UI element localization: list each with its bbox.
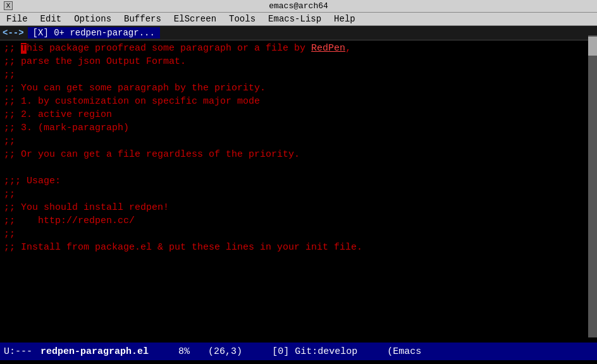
menu-file[interactable]: File — [3, 13, 32, 25]
menu-tools[interactable]: Tools — [225, 13, 259, 25]
scrollbar-thumb[interactable] — [588, 37, 597, 56]
menu-emacs-lisp[interactable]: Emacs-Lisp — [264, 13, 325, 25]
menu-bar: File Edit Options Buffers ElScreen Tools… — [0, 13, 597, 26]
menu-options[interactable]: Options — [70, 13, 115, 25]
editor-line-14: ;; http://redpen.cc/ — [0, 214, 597, 228]
scrollbar[interactable] — [588, 35, 597, 337]
close-button[interactable]: X — [4, 1, 13, 10]
editor-line-3: ;; — [0, 68, 597, 82]
status-major-mode: (Emacs — [387, 346, 421, 357]
editor-line-2: ;; parse the json Output Format. — [0, 55, 597, 68]
buffer-arrow: <--> — [3, 28, 24, 38]
editor-line-6: ;; 2. active region — [0, 108, 597, 121]
status-percent: 8% — [178, 346, 190, 357]
editor-line-7: ;; 3. (mark-paragraph) — [0, 121, 597, 135]
menu-edit[interactable]: Edit — [37, 13, 66, 25]
menu-buffers[interactable]: Buffers — [120, 13, 165, 25]
buffer-tab[interactable]: [X] 0+ redpen-paragr... — [28, 27, 160, 39]
editor-line-8: ;; — [0, 135, 597, 148]
status-filename: redpen-paragraph.el — [40, 346, 149, 357]
menu-help[interactable]: Help — [330, 13, 359, 25]
close-icon: X — [6, 2, 11, 9]
editor-line-13: ;; You should install redpen! — [0, 201, 597, 214]
editor-line-4: ;; You can get some paragraph by the pri… — [0, 82, 597, 95]
editor-area: ;; This package proofread some paragraph… — [0, 40, 597, 343]
redpen-link: RedPen — [311, 43, 345, 54]
status-git: [0] Git:develop — [272, 346, 357, 357]
status-mode-indicator: U:--- — [4, 346, 32, 357]
editor-line-10 — [0, 161, 597, 174]
editor-line-12: ;; — [0, 188, 597, 201]
buffer-bar: <--> [X] 0+ redpen-paragr... — [0, 26, 597, 40]
editor-line-1: ;; This package proofread some paragraph… — [0, 42, 597, 55]
menu-elscreen[interactable]: ElScreen — [170, 13, 220, 25]
cursor: T — [21, 43, 27, 54]
status-bar: U:--- redpen-paragraph.el 8% (26,3) [0] … — [0, 343, 597, 360]
editor-line-9: ;; Or you can get a file regardless of t… — [0, 148, 597, 161]
title-bar: X emacs@arch64 — [0, 0, 597, 13]
editor-line-11: ;;; Usage: — [0, 174, 597, 188]
editor-line-15: ;; — [0, 228, 597, 241]
editor-line-5: ;; 1. by customization on specific major… — [0, 95, 597, 108]
status-position: (26,3) — [208, 346, 242, 357]
editor-line-16: ;; Install from package.el & put these l… — [0, 241, 597, 254]
window-title: emacs@arch64 — [269, 1, 328, 11]
